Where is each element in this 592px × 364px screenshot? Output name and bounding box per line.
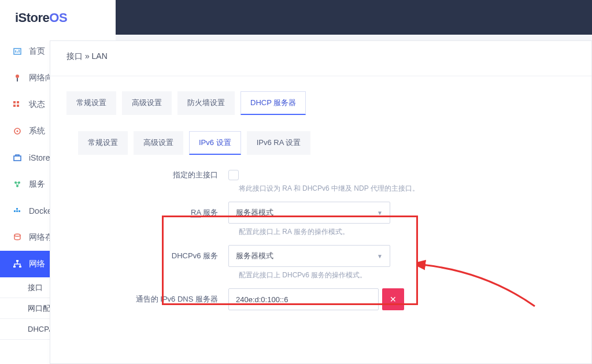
help-dhcpv6: 配置此接口上 DHCPv6 服务的操作模式。 [239,270,575,280]
select-dhcpv6[interactable]: 服务器模式 ▼ [228,245,390,267]
network-icon [13,259,22,269]
logo-pre: iStore [15,10,49,25]
modal-breadcrumb: 接口 » LAN [50,41,591,76]
svg-point-11 [17,131,18,132]
checkbox-master[interactable] [228,170,239,180]
svg-rect-9 [17,105,19,107]
sidebar-item-label: 首页 [29,46,45,57]
svg-rect-21 [16,260,18,262]
svg-rect-22 [13,266,16,268]
tab-general[interactable]: 常规设置 [66,91,116,115]
logo-accent: OS [49,10,67,25]
svg-point-20 [14,234,20,236]
store-icon [13,153,22,162]
tab-dhcp-server[interactable]: DHCP 服务器 [240,91,306,115]
chevron-down-icon: ▼ [377,210,383,216]
tab-firewall[interactable]: 防火墙设置 [177,91,235,115]
sidebar-item-label: iStore [29,153,50,162]
svg-rect-12 [14,156,21,161]
wizard-icon [13,73,22,83]
svg-rect-19 [18,210,20,212]
sidebar-item-label: 服务 [29,179,45,190]
logo: iStoreOS [0,0,116,38]
chevron-down-icon: ▼ [377,253,383,259]
subtab-ipv6[interactable]: IPv6 设置 [189,131,241,155]
svg-rect-5 [17,78,18,81]
tab-advanced[interactable]: 高级设置 [122,91,172,115]
subtab-advanced[interactable]: 高级设置 [134,131,183,155]
svg-rect-8 [13,105,16,107]
row-dhcpv6: DHCPv6 服务 服务器模式 ▼ [78,245,575,267]
interface-modal: 接口 » LAN 常规设置 高级设置 防火墙设置 DHCP 服务器 常规设置 高… [50,40,592,364]
services-icon [13,180,22,189]
tabs-level1: 常规设置 高级设置 防火墙设置 DHCP 服务器 [66,91,575,115]
input-dns-value: 240e:d:0:100::6 [236,295,288,304]
svg-rect-18 [16,208,18,210]
select-ra-value: 服务器模式 [236,207,273,218]
svg-rect-16 [14,210,16,212]
subtab-ipv6-ra[interactable]: IPv6 RA 设置 [247,131,311,155]
help-master: 将此接口设为 RA 和 DHCPv6 中继及 NDP 代理的主接口。 [239,184,575,194]
svg-rect-7 [17,101,19,103]
status-icon [13,100,22,109]
tabs-level2: 常规设置 高级设置 IPv6 设置 IPv6 RA 设置 [78,131,575,155]
label-ra-rest: 服务 [201,208,218,217]
sidebar-item-label: 状态 [29,99,45,110]
label-dhcpv6: DHCPv6 服务 [78,251,228,261]
svg-rect-6 [13,101,16,103]
svg-rect-17 [16,210,18,212]
modal-body: 常规设置 高级设置 防火墙设置 DHCP 服务器 常规设置 高级设置 IPv6 … [50,76,591,329]
row-ra: RA 服务 服务器模式 ▼ [78,202,575,224]
label-master: 指定的主接口 [78,170,228,180]
svg-rect-23 [19,266,21,268]
sidebar-item-label: 网络 [29,259,45,269]
storage-icon [13,233,22,242]
svg-point-4 [16,75,19,78]
input-dns[interactable]: 240e:d:0:100::6 [228,288,379,310]
topbar [116,0,592,35]
delete-dns-button[interactable]: ✕ [382,288,404,310]
label-ra: RA 服务 [78,207,228,218]
label-dns: 通告的 IPv6 DNS 服务器 [78,294,228,304]
subtab-general[interactable]: 常规设置 [78,131,128,155]
help-ra: 配置此接口上 RA 服务的操作模式。 [239,227,575,237]
sidebar-item-label: 系统 [29,126,45,136]
row-dns: 通告的 IPv6 DNS 服务器 240e:d:0:100::6 ✕ [78,288,575,310]
home-icon [13,47,22,56]
subtabs-block: 常规设置 高级设置 IPv6 设置 IPv6 RA 设置 指定的主接口 将此接口… [66,131,575,310]
select-dhcpv6-value: 服务器模式 [236,251,273,261]
close-icon: ✕ [390,295,397,304]
row-master: 指定的主接口 [78,170,575,180]
select-ra[interactable]: 服务器模式 ▼ [228,202,390,224]
docker-icon [13,206,22,216]
label-ra-underline: RA [191,208,201,218]
gear-icon [13,127,22,136]
